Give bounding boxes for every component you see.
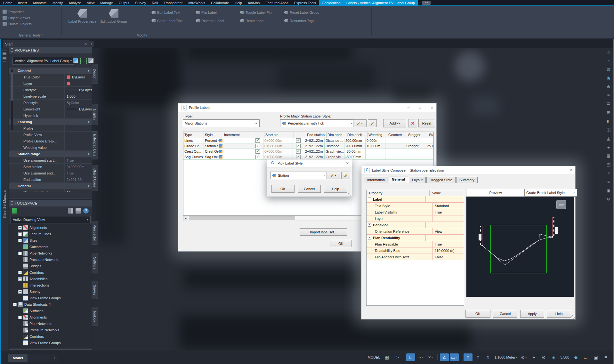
column-header-increment[interactable]: Increment <box>223 132 252 138</box>
tree-item-surfaces[interactable]: Surfaces <box>9 308 92 314</box>
table-cell[interactable]: 10.000m <box>366 143 385 149</box>
checkbox-checked-icon[interactable]: ✓ <box>255 149 260 154</box>
column-header-geometr[interactable]: Geometr... <box>387 132 407 138</box>
cancel-button[interactable]: Cancel <box>493 310 517 318</box>
scrollbar-thumb[interactable] <box>189 216 295 220</box>
clear-label-text-button[interactable]: Clear Label Text <box>151 18 192 24</box>
collapse-icon[interactable]: − <box>368 223 371 227</box>
edit-label-text-button[interactable]: Edit Label Text <box>151 9 192 15</box>
view-selector-dropdown[interactable]: Active Drawing View <box>11 216 91 223</box>
select-objects-icon[interactable] <box>80 58 87 64</box>
add-button[interactable]: Add>> <box>383 119 406 127</box>
menu-tab-help[interactable]: Help <box>232 0 245 5</box>
tab-general[interactable]: General <box>389 176 408 183</box>
table-cell[interactable]: -30.00mm <box>344 154 366 159</box>
table-cell[interactable]: ✓ <box>293 143 304 149</box>
resize-grip[interactable] <box>348 193 351 196</box>
tree-item-bridges[interactable]: Bridges <box>9 263 92 269</box>
table-cell[interactable]: 2+921.22m <box>304 138 325 143</box>
table-cell[interactable]: Crest Onl <box>204 149 223 154</box>
column-header-checkbox[interactable] <box>294 132 306 138</box>
table-cell[interactable] <box>223 138 252 143</box>
layout-tab-model[interactable]: Model <box>8 354 28 362</box>
tree-item-catchments[interactable]: Catchments <box>9 244 92 250</box>
property-value[interactable]: 110.0000 (d) <box>433 247 464 254</box>
collapse-icon[interactable]: − <box>368 236 371 239</box>
property-value[interactable]: Above <box>65 189 92 192</box>
property-value[interactable] <box>65 112 92 118</box>
property-value[interactable]: True <box>65 157 92 163</box>
property-value[interactable] <box>426 196 464 202</box>
delete-row-button[interactable]: ✕ <box>408 119 417 127</box>
table-cell[interactable]: 0+000.00m <box>263 143 293 149</box>
tree-item-intersections[interactable]: Intersections <box>9 282 92 288</box>
table-row-crest-cu[interactable]: Crest Cu...Crest Onl✓0+000.00m✓2+921.22m… <box>183 149 433 154</box>
expand-icon[interactable]: + <box>18 226 22 230</box>
new-layout-button[interactable]: + <box>51 354 58 362</box>
property-value[interactable] <box>426 235 464 241</box>
pan-icon[interactable]: ⊕ <box>607 85 610 89</box>
ok-button[interactable]: OK <box>271 185 295 193</box>
property-value[interactable]: ByLayer <box>65 74 92 80</box>
table-row-lines[interactable]: LinesPercent G✓0+000.00m✓2+921.22mDistan… <box>183 138 433 143</box>
grid-tool-icon[interactable]: ⊞ <box>607 110 610 115</box>
erase-icon[interactable]: × <box>607 171 610 175</box>
measure-icon[interactable]: ◭ <box>607 136 610 141</box>
close-button[interactable]: ✕ <box>346 161 349 166</box>
table-cell[interactable] <box>223 154 252 159</box>
grid-display-icon[interactable]: ▦ <box>383 353 392 361</box>
table-cell[interactable]: ✓ <box>252 138 263 143</box>
panel-layout-icon[interactable] <box>68 208 73 214</box>
section-header-labeling[interactable]: Labeling <box>9 119 92 125</box>
column-header-checkbox[interactable] <box>252 132 264 138</box>
side-tab-settings[interactable]: Settings <box>92 253 98 273</box>
layout-tab[interactable] <box>28 354 50 362</box>
crosshair-icon[interactable]: + <box>529 353 538 361</box>
table-cell[interactable]: Graph vie... <box>325 149 344 154</box>
menu-tab-output[interactable]: Output <box>116 0 132 5</box>
elevation-icon[interactable]: ◈ <box>549 353 558 361</box>
table-row-grade-br[interactable]: Grade Br...Station o✓0+000.00m✓2+921.22m… <box>183 143 433 149</box>
property-value[interactable]: True <box>65 170 92 176</box>
minimize-button[interactable]: ─ <box>407 106 410 109</box>
slice-icon[interactable]: ⊘ <box>607 197 610 201</box>
expand-icon[interactable]: ▪ <box>18 232 22 236</box>
orbit-icon[interactable]: ◔ <box>607 59 610 63</box>
column-header-style[interactable]: Style <box>204 132 223 138</box>
menu-tab-featured-apps[interactable]: Featured Apps <box>263 0 291 5</box>
checkbox-checked-icon[interactable]: ✓ <box>296 149 301 154</box>
column-header-end-station[interactable]: End station <box>306 132 327 138</box>
pick-point-icon[interactable] <box>88 58 93 63</box>
ribbon-display-button[interactable]: ▪▾ <box>422 1 431 5</box>
table-cell[interactable]: Percent G <box>204 138 223 143</box>
label-properties-button[interactable]: Label Properties <box>68 8 97 31</box>
flip-label-button[interactable]: Flip Label <box>196 9 237 15</box>
table-cell[interactable] <box>385 149 405 154</box>
menu-tab-labels-vertical-alignment-pvi-label-group[interactable]: Labels - Vertical Alignment PVI Label Gr… <box>343 0 418 5</box>
object-viewer-button[interactable]: Object Viewer <box>0 15 61 21</box>
table-cell[interactable] <box>426 138 434 143</box>
column-header-start-sta[interactable]: Start sta... <box>264 132 294 138</box>
viewcube-top-button[interactable]: TOP <box>556 200 566 209</box>
property-value[interactable] <box>426 222 464 228</box>
swatch-tool-icon[interactable]: ▣ <box>607 188 610 193</box>
resize-grip[interactable] <box>571 315 575 319</box>
column-header-stagger[interactable]: Stagger ... <box>407 132 428 138</box>
table-cell[interactable]: ✓ <box>252 143 263 149</box>
viewport-icon[interactable]: ◰ <box>607 162 610 167</box>
preview-style-dropdown[interactable]: Grade Break Label Style <box>524 189 577 197</box>
pick-label-style-titlebar[interactable]: C Pick Label Style ✕ <box>267 159 352 167</box>
snap-mode-icon[interactable]: ∷▾ <box>392 353 401 361</box>
palette-tool-icon[interactable]: ◫ <box>607 128 610 132</box>
menu-tab-infraworks[interactable]: InfraWorks <box>185 0 208 5</box>
fullscreen-icon[interactable]: ▣ <box>591 353 600 361</box>
menu-tab-home[interactable]: Home <box>0 0 15 5</box>
side-tab-prospector[interactable]: Prospector <box>92 221 98 245</box>
geolocation-icon[interactable]: ◉ <box>607 76 610 80</box>
tree-item-sites[interactable]: +Sites <box>9 237 92 244</box>
table-cell[interactable] <box>405 138 426 143</box>
signal-icon[interactable]: ∿ <box>607 93 610 98</box>
menu-tab-modify[interactable]: Modify <box>50 0 66 5</box>
property-value[interactable]: ByLayer <box>65 87 92 93</box>
ok-button[interactable]: OK <box>330 240 352 247</box>
